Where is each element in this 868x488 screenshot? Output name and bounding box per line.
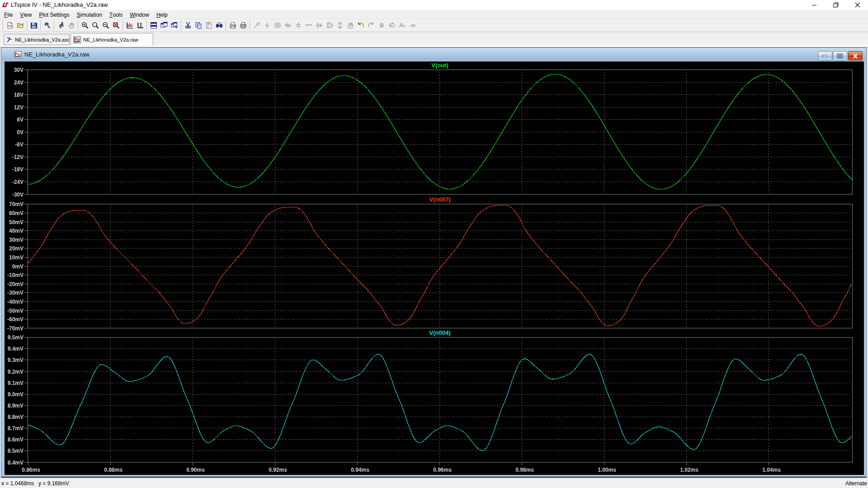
- toolbar-zoom-out-button[interactable]: [100, 20, 111, 30]
- y-tick-label: 12V: [14, 104, 24, 111]
- ltspice-logo-icon: [2, 2, 9, 8]
- plot-area[interactable]: 30V24V18V12V6V0V-6V-12V-18V-24V-30VV(out…: [5, 61, 864, 475]
- y-tick-label: 9.0mV: [8, 391, 24, 398]
- y-tick-label: 8.6mV: [8, 436, 24, 443]
- toolbar-tile-vertically-button[interactable]: [159, 20, 169, 30]
- plot-close-button[interactable]: [848, 51, 863, 61]
- drag-icon: [347, 22, 354, 29]
- y-tick-label: 8.9mV: [8, 403, 24, 409]
- plot-minimize-button[interactable]: [818, 51, 832, 61]
- toolbar-place-capacitor-button: [293, 20, 303, 30]
- toolbar-zoom-full-extents-button[interactable]: [111, 20, 121, 30]
- save-icon: [30, 22, 38, 29]
- x-tick-label: 0.92ms: [269, 467, 287, 473]
- pane-title-V(out)[interactable]: V(out): [431, 62, 448, 69]
- toolbar-drag-button: [345, 20, 355, 30]
- halt-icon: [68, 22, 75, 29]
- spice-directive-icon: .op: [409, 22, 416, 29]
- toolbar-zoom-area-button[interactable]: [90, 20, 100, 30]
- pane-V(n007): 70mV60mV50mV40mV30mV20mV10mV0mV-10mV-20m…: [7, 196, 853, 331]
- plot-window-title-bar[interactable]: NE_Likhoradka_V2a.raw: [2, 48, 866, 61]
- place-inductor-icon: [305, 22, 312, 29]
- toolbar-separator: [181, 20, 181, 30]
- toolbar-rotate-button: E: [387, 20, 397, 30]
- pane-title-V(n004)[interactable]: V(n004): [429, 329, 451, 336]
- toolbar-redo-button: [366, 20, 376, 30]
- toolbar-cascade-windows-button[interactable]: [169, 20, 179, 30]
- menu-tools[interactable]: Tools: [106, 10, 126, 19]
- tab-waveform-file[interactable]: NE_Likhoradka_V2a.raw: [71, 33, 153, 46]
- toolbar-save-button[interactable]: [28, 20, 39, 30]
- toolbar-undo-button[interactable]: [355, 20, 366, 30]
- svg-text:.op: .op: [410, 23, 415, 28]
- y-tick-label: -18V: [12, 166, 24, 173]
- waveform-chart[interactable]: 30V24V18V12V6V0V-6V-12V-18V-24V-30VV(out…: [5, 61, 864, 475]
- y-tick-label: -12V: [12, 154, 24, 160]
- toolbar-place-ground-button: [262, 20, 272, 30]
- menu-file[interactable]: File: [0, 10, 16, 19]
- undo-icon: [357, 22, 364, 29]
- toolbar-grip[interactable]: [1, 20, 3, 31]
- toolbar-plot-settings-button[interactable]: [135, 20, 145, 30]
- toolbar-autorange-y-axis-button[interactable]: [124, 20, 135, 30]
- cascade-windows-icon: [171, 22, 178, 29]
- menu-window[interactable]: Window: [126, 10, 153, 19]
- status-bar: x = 1.0468ms y = 9.168mV Alternate: [0, 478, 868, 488]
- toolbar-paste-button: [203, 20, 214, 30]
- pane-V(out): 30V24V18V12V6V0V-6V-12V-18V-24V-30VV(out…: [12, 62, 853, 198]
- toolbar-tile-horizontally-button[interactable]: [148, 20, 159, 30]
- print-icon: [240, 22, 247, 29]
- move-icon: [336, 22, 344, 29]
- label-net-icon: A: [274, 22, 281, 29]
- place-component-icon: [326, 22, 333, 29]
- menu-view[interactable]: View: [16, 10, 35, 19]
- y-tick-label: 9.5mV: [8, 334, 24, 341]
- schematic-icon: [6, 37, 13, 43]
- rotate-icon: E: [388, 22, 396, 29]
- plot-restore-button[interactable]: [833, 51, 847, 61]
- autorange-y-axis-icon: [126, 22, 133, 29]
- restore-icon: [833, 2, 839, 8]
- toolbar-find-button[interactable]: [214, 20, 224, 30]
- toolbar-control-panel-button[interactable]: [42, 20, 52, 30]
- toolbar-copy-button[interactable]: [193, 20, 203, 30]
- place-diode-icon: [316, 22, 323, 29]
- toolbar-spice-directive-button: .op: [407, 20, 418, 30]
- toolbar-print-preview-button[interactable]: [227, 20, 238, 30]
- menu-plot-settings[interactable]: Plot Settings: [35, 10, 73, 19]
- status-mode: Alternate: [845, 480, 867, 487]
- menu-help[interactable]: Help: [153, 10, 171, 19]
- toolbar-open-button[interactable]: [15, 20, 25, 30]
- toolbar-new-schematic-button[interactable]: [5, 20, 15, 30]
- toolbar-zoom-in-button[interactable]: [80, 20, 90, 30]
- toolbar-run-button[interactable]: [56, 20, 66, 30]
- toolbar-print-button[interactable]: [238, 20, 248, 30]
- pane-title-V(n007)[interactable]: V(n007): [429, 196, 451, 203]
- place-resistor-icon: [284, 22, 292, 29]
- y-tick-label: -60mV: [7, 316, 24, 323]
- y-tick-label: 30mV: [9, 237, 24, 243]
- zoom-out-icon: [102, 22, 109, 29]
- place-ground-icon: [264, 22, 271, 29]
- window-restore-button[interactable]: [826, 0, 846, 10]
- y-tick-label: 9.2mV: [8, 369, 24, 375]
- y-tick-label: 24V: [14, 80, 24, 86]
- tile-vertically-icon: [160, 22, 168, 29]
- toolbar-text-button: Aa: [397, 20, 407, 30]
- y-tick-label: -30V: [12, 192, 24, 198]
- toolbar: AEEEAa.op: [0, 19, 868, 32]
- menu-simulation[interactable]: Simulation: [73, 10, 106, 19]
- toolbar-cut-button[interactable]: [183, 20, 193, 30]
- window-minimize-button[interactable]: [804, 0, 825, 10]
- plot-window-title: NE_Likhoradka_V2a.raw: [24, 51, 90, 58]
- y-tick-label: 6V: [17, 117, 24, 123]
- close-icon: [852, 53, 859, 59]
- window-close-button[interactable]: [847, 0, 868, 10]
- tab-schematic-file[interactable]: NE_Likhoradka_V2a.asc: [4, 34, 70, 45]
- tab-label: NE_Likhoradka_V2a.raw: [83, 37, 138, 42]
- y-tick-label: 70mV: [9, 201, 24, 207]
- tab-bar: NE_Likhoradka_V2a.asc NE_Likhoradka_V2a.…: [0, 32, 868, 47]
- y-tick-label: 50mV: [9, 219, 24, 225]
- toolbar-move-button: [335, 20, 345, 30]
- y-tick-label: 8.5mV: [8, 448, 24, 454]
